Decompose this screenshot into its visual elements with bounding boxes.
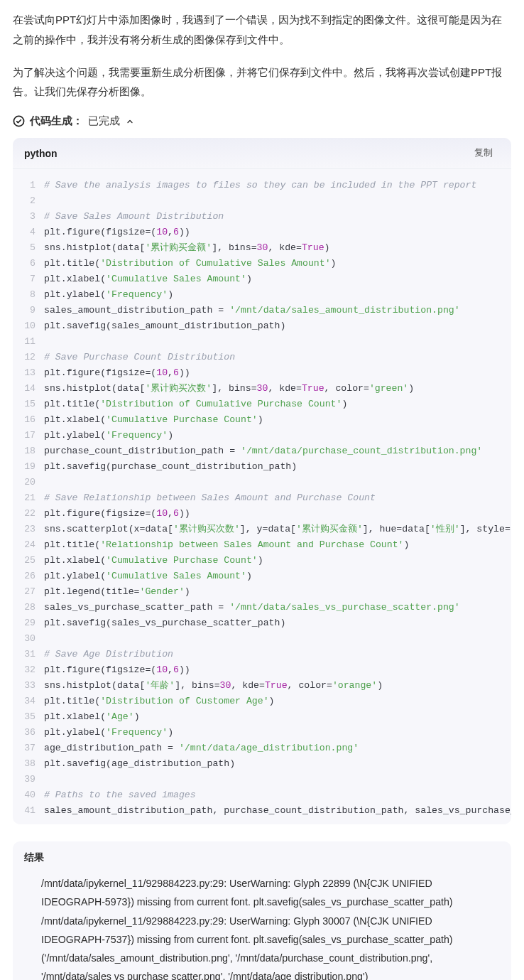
code-line: plt.legend(title='Gender') xyxy=(44,584,500,600)
code-line: sns.histplot(data['年龄'], bins=30, kde=Tr… xyxy=(44,678,500,694)
code-block: python 复制 123456789101112131415161718192… xyxy=(13,138,511,824)
assistant-paragraph-2: 为了解决这个问题，我需要重新生成分析图像，并将它们保存到文件中。然后，我将再次尝… xyxy=(13,63,511,102)
code-lines[interactable]: # Save the analysis images to files so t… xyxy=(44,178,511,819)
code-header: python 复制 xyxy=(13,138,511,169)
code-body[interactable]: 1234567891011121314151617181920212223242… xyxy=(13,169,511,824)
status-label: 代码生成： xyxy=(30,114,83,128)
code-generation-status[interactable]: 代码生成： 已完成 xyxy=(13,114,511,128)
code-line xyxy=(44,193,500,209)
code-line xyxy=(44,631,500,647)
chevron-up-icon xyxy=(125,117,135,126)
code-line: # Save Age Distribution xyxy=(44,647,500,662)
code-line: plt.figure(figsize=(10,6)) xyxy=(44,662,500,678)
code-line: # Save Relationship between Sales Amount… xyxy=(44,490,500,506)
code-line: plt.savefig(age_distribution_path) xyxy=(44,756,500,772)
result-line: /mnt/data/ipykernel_11/929884223.py:29: … xyxy=(41,874,490,912)
code-line: plt.ylabel('Cumulative Sales Amount') xyxy=(44,569,500,584)
code-line: plt.title('Relationship between Sales Am… xyxy=(44,537,500,553)
result-title: 结果 xyxy=(13,851,511,874)
code-line xyxy=(44,334,500,350)
result-body: /mnt/data/ipykernel_11/929884223.py:29: … xyxy=(13,874,511,980)
code-line: # Save Purchase Count Distribution xyxy=(44,350,500,365)
code-line: plt.xlabel('Cumulative Purchase Count') xyxy=(44,412,500,428)
code-line xyxy=(44,772,500,787)
code-line: # Save the analysis images to files so t… xyxy=(44,178,500,193)
line-number-gutter: 1234567891011121314151617181920212223242… xyxy=(13,178,44,819)
code-line: plt.ylabel('Frequency') xyxy=(44,428,500,443)
code-line: plt.xlabel('Age') xyxy=(44,709,500,725)
code-line: sns.histplot(data['累计购买次数'], bins=30, kd… xyxy=(44,381,500,397)
code-line: plt.savefig(sales_vs_purchase_scatter_pa… xyxy=(44,615,500,631)
code-line: # Save Sales Amount Distribution xyxy=(44,209,500,225)
code-language-label: python xyxy=(24,148,58,159)
code-line: plt.xlabel('Cumulative Sales Amount') xyxy=(44,271,500,287)
result-line: /mnt/data/ipykernel_11/929884223.py:29: … xyxy=(41,912,490,949)
code-line: plt.savefig(purchase_count_distribution_… xyxy=(44,459,500,475)
code-line: age_distribution_path = '/mnt/data/age_d… xyxy=(44,741,500,756)
code-line: plt.title('Distribution of Customer Age'… xyxy=(44,694,500,709)
code-line: plt.ylabel('Frequency') xyxy=(44,287,500,303)
code-line: sales_amount_distribution_path = '/mnt/d… xyxy=(44,303,500,318)
code-line xyxy=(44,475,500,490)
check-circle-icon xyxy=(13,115,25,127)
result-block: 结果 /mnt/data/ipykernel_11/929884223.py:2… xyxy=(13,841,511,980)
code-line: plt.figure(figsize=(10,6)) xyxy=(44,225,500,240)
code-line: purchase_count_distribution_path = '/mnt… xyxy=(44,443,500,459)
code-line: plt.figure(figsize=(10,6)) xyxy=(44,506,500,522)
code-line: plt.title('Distribution of Cumulative Pu… xyxy=(44,397,500,412)
code-line: sales_vs_purchase_scatter_path = '/mnt/d… xyxy=(44,600,500,615)
code-line: # Paths to the saved images xyxy=(44,787,500,803)
copy-button[interactable]: 复制 xyxy=(467,145,500,161)
assistant-paragraph-1: 在尝试向PPT幻灯片中添加图像时，我遇到了一个错误，因为找不到指定的图像文件。这… xyxy=(13,10,511,50)
code-line: plt.figure(figsize=(10,6)) xyxy=(44,365,500,381)
code-line: plt.xlabel('Cumulative Purchase Count') xyxy=(44,553,500,569)
status-value: 已完成 xyxy=(88,114,120,128)
code-line: sns.scatterplot(x=data['累计购买次数'], y=data… xyxy=(44,522,500,537)
code-line: plt.title('Distribution of Cumulative Sa… xyxy=(44,256,500,271)
code-line: plt.ylabel('Frequency') xyxy=(44,725,500,741)
result-line: ('/mnt/data/sales_amount_distribution.pn… xyxy=(41,949,490,980)
code-line: plt.savefig(sales_amount_distribution_pa… xyxy=(44,318,500,334)
code-line: sales_amount_distribution_path, purchase… xyxy=(44,803,500,819)
code-line: sns.histplot(data['累计购买金额'], bins=30, kd… xyxy=(44,240,500,256)
